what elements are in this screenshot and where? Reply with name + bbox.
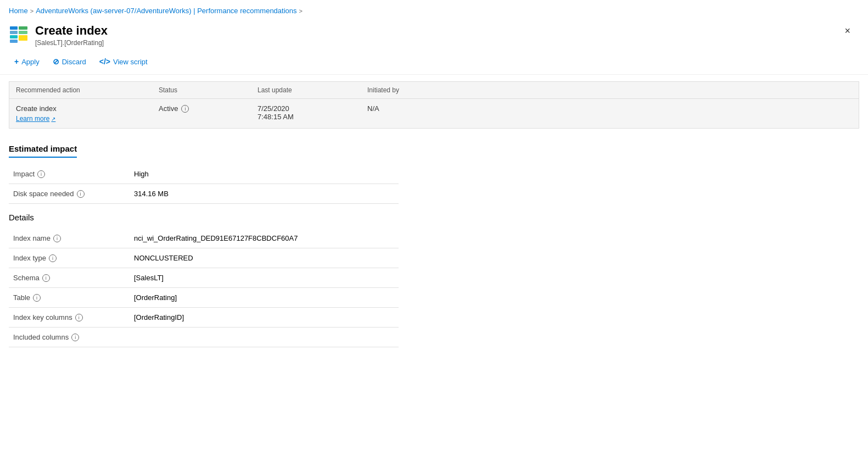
rec-header-update: Last update [257,86,367,94]
apply-label: Apply [21,58,40,66]
view-script-label: View script [113,58,148,66]
discard-label: Discard [62,58,86,66]
estimated-impact-section: Estimated impact Impact i High Disk spac… [0,135,868,204]
breadcrumb-home[interactable]: Home [9,7,28,15]
details-row: Schema i [SalesLT] [9,268,399,288]
details-table: Index name i nci_wi_OrderRating_DED91E67… [9,229,399,347]
rec-header-action: Recommended action [16,86,159,94]
discard-icon: ⊘ [53,57,59,66]
database-icon [9,25,29,45]
detail-info-icon[interactable]: i [75,314,83,321]
rec-date-cell: 7/25/2020 7:48:15 AM [257,104,367,121]
detail-label-cell: Index type i [13,254,125,262]
close-button[interactable]: × [840,24,855,38]
svg-rect-1 [10,31,18,34]
rec-table-row: Create index Learn more ↗ Active i 7/25/… [9,99,859,128]
detail-label-cell: Index name i [13,234,125,242]
details-row: Index type i NONCLUSTERED [9,248,399,268]
svg-rect-5 [19,35,27,41]
breadcrumb-sep-1: > [30,8,33,14]
toolbar: + Apply ⊘ Discard </> View script [0,51,868,75]
estimated-label-cell: Impact i [13,170,125,178]
svg-rect-4 [19,31,27,34]
page-title: Create index [35,24,108,38]
rec-initiator-cell: N/A [367,104,477,113]
apply-icon: + [14,57,19,66]
details-title: Details [9,213,859,222]
rec-header-status: Status [159,86,257,94]
learn-more-label: Learn more [16,115,49,123]
detail-value [130,328,399,347]
detail-label-cell: Included columns i [13,333,125,341]
learn-more-icon: ↗ [51,116,55,122]
view-script-icon: </> [99,57,110,66]
detail-label: Index name [13,234,51,242]
breadcrumb: Home > AdventureWorks (aw-server-07/Adve… [0,0,868,19]
detail-label: Table [13,293,30,302]
detail-value: NONCLUSTERED [130,248,399,268]
detail-label: Index key columns [13,313,72,321]
detail-info-icon[interactable]: i [53,235,61,242]
detail-label-cell: Schema i [13,274,125,282]
rec-header-initiated: Initiated by [367,86,477,94]
learn-more-link[interactable]: Learn more ↗ [16,115,159,123]
rec-status-value: Active [159,104,178,113]
estimated-label-cell: Disk space needed i [13,190,125,198]
estimated-label: Disk space needed [13,190,74,198]
breadcrumb-sep-2: > [299,8,303,14]
svg-rect-2 [10,35,18,38]
details-row: Index key columns i [OrderRatingID] [9,308,399,328]
estimated-info-icon[interactable]: i [37,170,45,178]
rec-table-header: Recommended action Status Last update In… [9,82,859,99]
detail-label: Included columns [13,333,69,341]
rec-action-cell: Create index Learn more ↗ [16,104,159,123]
detail-info-icon[interactable]: i [33,294,41,302]
estimated-row: Impact i High [9,164,399,184]
apply-button[interactable]: + Apply [9,54,45,69]
estimated-impact-title: Estimated impact [9,144,77,158]
detail-label-cell: Table i [13,293,125,302]
detail-info-icon[interactable]: i [49,254,57,262]
rec-time: 7:48:15 AM [257,113,367,121]
panel-title-text: Create index [SalesLT].[OrderRating] [35,24,108,47]
details-section: Details Index name i nci_wi_OrderRating_… [0,204,868,347]
breadcrumb-server[interactable]: AdventureWorks (aw-server-07/AdventureWo… [36,7,296,15]
panel-title-area: Create index [SalesLT].[OrderRating] [9,24,108,47]
estimated-value: 314.16 MB [130,184,399,204]
recommendation-table: Recommended action Status Last update In… [9,81,859,129]
estimated-impact-table: Impact i High Disk space needed i 314.16… [9,164,399,204]
discard-button[interactable]: ⊘ Discard [47,54,92,69]
detail-info-icon[interactable]: i [71,334,79,341]
details-row: Index name i nci_wi_OrderRating_DED91E67… [9,229,399,248]
detail-value: [SalesLT] [130,268,399,288]
status-info-icon[interactable]: i [181,105,189,113]
detail-value: [OrderRating] [130,288,399,308]
svg-rect-0 [10,26,18,30]
detail-label: Schema [13,274,40,282]
details-row: Included columns i [9,328,399,347]
rec-action-name: Create index [16,104,159,113]
view-script-button[interactable]: </> View script [94,54,153,69]
estimated-row: Disk space needed i 314.16 MB [9,184,399,204]
detail-info-icon[interactable]: i [42,274,50,282]
detail-value: [OrderRatingID] [130,308,399,328]
svg-rect-3 [19,26,27,30]
svg-rect-6 [10,40,18,43]
estimated-label: Impact [13,170,35,178]
estimated-info-icon[interactable]: i [77,190,85,198]
estimated-value: High [130,164,399,184]
panel-header: Create index [SalesLT].[OrderRating] × [0,19,868,51]
rec-status-cell: Active i [159,104,257,113]
detail-value: nci_wi_OrderRating_DED91E67127F8CBDCF60A… [130,229,399,248]
detail-label-cell: Index key columns i [13,313,125,321]
details-row: Table i [OrderRating] [9,288,399,308]
panel-subtitle: [SalesLT].[OrderRating] [35,39,108,47]
detail-label: Index type [13,254,46,262]
rec-date: 7/25/2020 [257,104,367,113]
